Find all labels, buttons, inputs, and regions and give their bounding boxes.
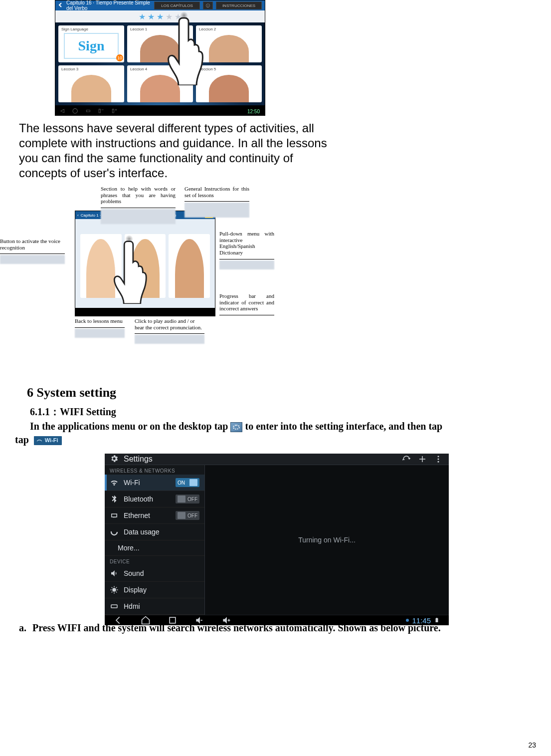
svg-rect-7: [436, 618, 438, 622]
annotation-section-help: Section to help with words or phrases th…: [101, 186, 176, 224]
back-icon: [58, 2, 63, 8]
activity-body: [75, 219, 215, 308]
sidebar-item-label: Display: [124, 586, 199, 594]
blurred-caption: [101, 209, 176, 224]
settings-sidebar: WIRELESS & NETWORKS Wi-Fi ON Bluetooth: [105, 465, 205, 615]
pointing-hand-graphic: [160, 15, 215, 85]
scan-icon[interactable]: [401, 454, 412, 465]
toggle-off[interactable]: OFF: [176, 495, 199, 504]
sidebar-item-label: Ethernet: [124, 511, 171, 519]
bluetooth-icon: [110, 495, 119, 504]
annotation-text: Click to play audio and / or hear the co…: [135, 318, 202, 330]
settings-app-icon: [230, 422, 242, 432]
sound-icon: [110, 569, 119, 578]
titlebar-button: INSTRUCCIONES: [216, 1, 262, 9]
activity-screenshot: ‹ Capitulo 1 · Leccion 2 · Instrucciones…: [75, 211, 215, 316]
body-text-1: In the applications menu or on the deskt…: [30, 421, 230, 432]
back-nav-icon[interactable]: [114, 615, 124, 625]
toggle-off[interactable]: OFF: [176, 511, 199, 520]
hdmi-icon: [110, 602, 119, 611]
status-clock: 11:45: [406, 616, 440, 625]
vol-up-icon[interactable]: [221, 615, 231, 625]
sidebar-item-label: Bluetooth: [124, 495, 171, 503]
section-title: 6 System setting: [27, 385, 536, 400]
vol-down-icon: ▯⁻: [98, 108, 104, 113]
toggle-on[interactable]: ON: [176, 478, 199, 487]
sidebar-item-hdmi[interactable]: Hdmi: [105, 598, 204, 615]
back-icon: ‹: [77, 213, 79, 218]
subsection-title: 6.1.1：WIFI Setting: [30, 405, 536, 419]
settings-actionbar: Settings: [105, 454, 449, 465]
annotation-text: Section to help with words or phrases th…: [101, 186, 176, 204]
sidebar-item-ethernet[interactable]: Ethernet OFF: [105, 507, 204, 524]
android-navbar: [75, 308, 215, 316]
sidebar-header: DEVICE: [105, 556, 204, 565]
annotation-progress-bar: Progress bar and indicator of correct an…: [219, 293, 274, 315]
annotation-text: General Instructions for this set of les…: [184, 186, 249, 198]
status-dot-icon: [406, 619, 409, 622]
sidebar-item-display[interactable]: Display: [105, 582, 204, 598]
recents-nav-icon[interactable]: [168, 615, 178, 625]
step-marker: a.: [19, 621, 26, 635]
sidebar-item-label: Hdmi: [124, 602, 199, 610]
titlebar: Capitulo 16 · Tiempo Presente Simple del…: [55, 0, 265, 10]
subsection-body: In the applications menu or on the deskt…: [15, 420, 526, 447]
gear-icon: [110, 454, 119, 465]
tile-badge: 10: [116, 54, 123, 61]
vol-down-icon[interactable]: [194, 615, 204, 625]
sidebar-item-label: Sound: [124, 569, 199, 577]
status-clock: 12:50: [247, 109, 260, 114]
more-icon[interactable]: [433, 454, 444, 465]
android-navbar: 11:45: [105, 615, 449, 625]
blurred-caption: [0, 255, 65, 264]
home-nav-icon: ◯: [72, 108, 78, 113]
sidebar-item-more[interactable]: More...: [105, 540, 204, 556]
add-icon[interactable]: [417, 454, 428, 465]
person-card: [169, 234, 210, 298]
battery-icon: [434, 617, 440, 623]
annotation-play-audio: Click to play audio and / or hear the co…: [135, 318, 204, 344]
lesson-tile: Leccion 3: [58, 65, 124, 102]
display-icon: [110, 585, 119, 594]
settings-title: Settings: [124, 455, 153, 464]
svg-rect-8: [436, 618, 437, 618]
svg-rect-5: [111, 605, 117, 608]
home-nav-icon[interactable]: [141, 615, 151, 625]
tile-label: Leccion 3: [60, 66, 122, 72]
sidebar-item-label: Wi-Fi: [124, 479, 171, 487]
tile-label: Sign Language: [60, 26, 122, 32]
annotation-general-instructions: General Instructions for this set of les…: [184, 186, 249, 218]
annotation-text: Button to activate the voice recognition: [0, 238, 60, 251]
svg-point-1: [438, 459, 439, 460]
data-usage-icon: [110, 527, 119, 536]
sidebar-header: WIRELESS & NETWORKS: [105, 465, 204, 475]
sidebar-item-data-usage[interactable]: Data usage: [105, 524, 204, 540]
sidebar-item-sound[interactable]: Sound: [105, 565, 204, 582]
annotation-text: Progress bar and indicator of correct an…: [219, 293, 274, 311]
android-navbar: ◁ ◯ ▭ ▯⁻ ▯⁺ 12:50: [55, 105, 265, 115]
sidebar-item-wifi[interactable]: Wi-Fi ON: [105, 475, 204, 491]
lesson-grid-screenshot: Capitulo 16 · Tiempo Presente Simple del…: [55, 0, 265, 116]
svg-rect-6: [170, 617, 176, 623]
svg-point-3: [111, 529, 117, 535]
blurred-caption: [219, 260, 274, 269]
pointing-hand-graphic: [107, 239, 157, 304]
section-6: 6 System setting 6.1.1：WIFI Setting In t…: [15, 385, 536, 447]
back-nav-icon: ◁: [60, 108, 64, 113]
page-number: 23: [528, 741, 536, 749]
annotation-text: Pull-down menu with interactive English/…: [219, 231, 274, 255]
sidebar-item-bluetooth[interactable]: Bluetooth OFF: [105, 491, 204, 507]
settings-main-panel: Turning on Wi-Fi...: [205, 465, 449, 615]
clock-text: 11:45: [412, 616, 431, 625]
annotated-diagram: ‹ Capitulo 1 · Leccion 2 · Instrucciones…: [15, 186, 274, 345]
titlebar-button: LOS CAPÍTULOS: [154, 1, 200, 9]
intro-paragraph: The lessons have several different types…: [19, 121, 343, 181]
sign-icon: Sign: [64, 33, 119, 59]
sidebar-item-label: More...: [118, 544, 199, 552]
annotation-voice-button: Button to activate the voice recognition: [0, 238, 65, 264]
annotation-dictionary: Pull-down menu with interactive English/…: [219, 231, 274, 269]
recents-nav-icon: ▭: [86, 108, 90, 113]
wifi-status-text: Turning on Wi-Fi...: [298, 536, 356, 544]
sidebar-item-label: Data usage: [124, 528, 199, 536]
blurred-caption: [184, 203, 249, 218]
